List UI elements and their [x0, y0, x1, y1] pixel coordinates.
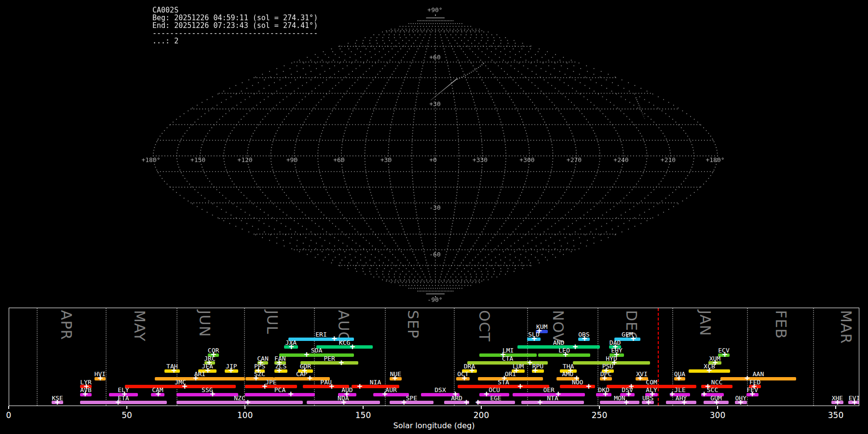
peak-marker: + [332, 335, 337, 343]
peak-marker: + [631, 335, 636, 343]
map-lon-label: +0 [429, 156, 437, 163]
month-label: MAR [838, 310, 854, 344]
peak-marker: + [738, 398, 744, 406]
peak-marker: + [82, 390, 88, 398]
map-lon-label: +120 [237, 156, 252, 163]
peak-marker: + [670, 390, 675, 398]
peak-marker: + [750, 390, 755, 398]
peak-marker: + [475, 398, 481, 406]
peak-marker: + [706, 366, 712, 375]
shower-label: PER [324, 355, 335, 362]
shower-label: STA [498, 379, 509, 386]
map-lat-label: +60 [429, 53, 440, 60]
map-lon-label: +300 [519, 156, 534, 163]
peak-marker: + [714, 398, 719, 406]
sky-map-canvas [0, 0, 868, 309]
shower-label: EGE [490, 394, 501, 402]
shower-label: AND [553, 339, 564, 346]
map-pole-label-south: -90° [427, 296, 442, 303]
month-label: JUN [196, 310, 213, 337]
map-lon-label: +150 [190, 156, 205, 163]
map-lon-label: +30 [380, 156, 392, 163]
shower-label: OCU [488, 386, 500, 393]
shower-label: ARD [451, 394, 462, 402]
x-tick-label: 50 [122, 410, 132, 420]
peak-marker: + [182, 382, 188, 391]
current-sol-line [658, 308, 659, 406]
peak-marker: + [307, 374, 312, 383]
shower-label: NTA [547, 394, 558, 402]
peak-marker: + [115, 398, 121, 406]
shower-label: AMO [562, 370, 573, 378]
x-tick [835, 406, 836, 409]
x-tick [481, 406, 482, 409]
peak-marker: + [602, 374, 607, 383]
x-tick [599, 406, 600, 409]
peak-marker: + [702, 390, 707, 398]
peak-marker: + [229, 366, 234, 375]
meteor-station-display: +90°-90°+60+30-30-60+180°+150+120+90+60+… [0, 0, 868, 434]
peak-marker: + [55, 398, 60, 406]
map-lat-label: -30 [429, 203, 440, 211]
shower-timeline-chart: APRMAYJUNJULAUGSEPOCTNOVDECJANFEBMARKUM+… [9, 308, 859, 406]
x-tick [363, 406, 364, 409]
session-info: CA002SBeg: 20251226 04:59:11 (sol = 274.… [152, 6, 318, 45]
peak-marker: + [682, 398, 687, 406]
x-tick [244, 406, 245, 409]
peak-marker: + [289, 342, 294, 351]
x-tick [8, 406, 9, 409]
peak-marker: + [277, 366, 282, 375]
peak-marker: + [586, 382, 592, 391]
x-tick [717, 406, 718, 409]
peak-marker: + [339, 358, 344, 367]
map-lon-label: +60 [333, 156, 344, 163]
shower-label: DSX [434, 386, 446, 393]
shower-label: SCC [707, 386, 718, 393]
month-gridline [176, 308, 177, 406]
peak-marker: + [533, 366, 538, 375]
x-tick-label: 350 [828, 410, 843, 420]
map-lon-label: +240 [613, 156, 628, 163]
month-label: MAY [131, 310, 148, 341]
month-label: OCT [476, 310, 493, 342]
map-lon-label: +210 [661, 156, 676, 163]
peak-marker: + [350, 342, 355, 351]
shower-label: NOO [572, 379, 583, 386]
peak-marker: + [329, 382, 334, 391]
map-lon-label: +270 [567, 156, 582, 163]
shower-label: PCA [274, 386, 285, 393]
peak-marker: + [382, 390, 388, 398]
map-lon-label: +90 [286, 156, 298, 163]
separator-line: -------------------------------------- [152, 29, 318, 37]
peak-marker: + [304, 350, 309, 359]
shower-label: NCC [711, 379, 722, 386]
peak-marker: + [393, 374, 398, 383]
peak-marker: + [646, 398, 651, 406]
peak-marker: + [677, 374, 682, 383]
peak-marker: + [624, 398, 629, 406]
peak-marker: + [484, 390, 489, 398]
x-tick-label: 100 [237, 410, 253, 420]
month-gridline [244, 308, 245, 406]
shower-label: COM [646, 379, 657, 386]
peak-marker: + [573, 342, 578, 351]
peak-marker: + [835, 398, 841, 406]
month-label: JUL [264, 310, 281, 335]
shower-label: SDA [311, 347, 322, 354]
x-tick [126, 406, 127, 409]
peak-marker: + [462, 374, 467, 383]
peak-marker: + [464, 398, 469, 406]
shower-label: SPE [406, 394, 417, 402]
peak-marker: + [288, 390, 294, 398]
peak-marker: + [245, 398, 250, 406]
shower-label: CTA [502, 355, 513, 362]
peak-marker: + [156, 390, 161, 398]
map-lon-label: +180° [141, 156, 160, 163]
peak-marker: + [254, 374, 259, 383]
month-gridline [813, 308, 814, 406]
peak-marker: + [98, 374, 103, 383]
peak-marker: + [193, 374, 199, 383]
shower-label: OER [543, 386, 554, 393]
map-pole-label-north: +90° [427, 6, 442, 14]
map-lon-label: +330 [473, 156, 488, 163]
